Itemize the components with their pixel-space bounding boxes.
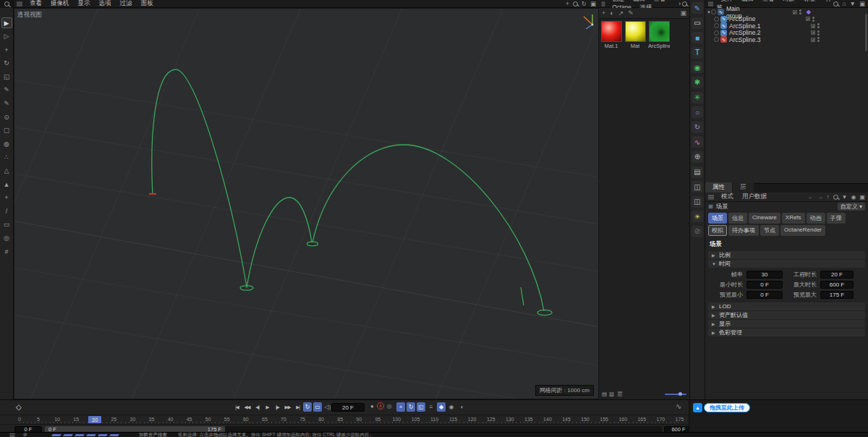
viewport-menu-icon[interactable] xyxy=(17,1,22,6)
category-tab-节点[interactable]: 节点 xyxy=(760,225,779,236)
group-header-LOD[interactable]: ▶LOD xyxy=(708,302,865,310)
arc-spline-curve[interactable] xyxy=(152,69,247,287)
material-preview-icon[interactable]: ◐ xyxy=(610,9,613,17)
attribute-tab-属性[interactable]: 属性 xyxy=(705,182,732,192)
prev-frame-button[interactable]: ◀| xyxy=(253,402,261,412)
object-row[interactable]: ∿ArcSpline.1✓ xyxy=(705,22,868,30)
object-row[interactable]: ∿ArcSpline.2✓ xyxy=(705,30,868,37)
object-row[interactable]: ∿ArcSpline✓ xyxy=(705,16,868,23)
category-tab-OctaneRender[interactable]: OctaneRender xyxy=(780,225,825,236)
texture-mode-icon[interactable]: ◍ xyxy=(1,138,12,149)
polygons-mode-icon[interactable]: ▲ xyxy=(1,179,12,190)
knife-icon[interactable]: / xyxy=(1,205,12,216)
back-icon[interactable]: ← xyxy=(808,194,814,200)
field-input-工程时长[interactable]: 20 F xyxy=(820,271,854,279)
material-item[interactable]: ArcSpline xyxy=(648,21,670,49)
zoom-view-icon[interactable] xyxy=(573,1,578,7)
toggle-layout-icon[interactable]: ▣ xyxy=(590,0,596,7)
field-input-最小时长[interactable]: 0 F xyxy=(746,281,783,289)
menu-item-标签[interactable]: 标签 xyxy=(799,0,820,2)
current-frame-field[interactable]: 20 F xyxy=(331,403,365,412)
keyframe-selection-icon[interactable]: ◎ xyxy=(387,403,392,410)
menu-item-显示[interactable]: 显示 xyxy=(74,0,95,7)
status-menu-icon[interactable] xyxy=(10,433,15,437)
filter-icon[interactable]: ▼ xyxy=(842,194,848,200)
rectangle-spline-icon[interactable]: ▭ xyxy=(692,17,703,29)
menu-item-过滤[interactable]: 过滤 xyxy=(116,0,137,7)
move-tool-icon[interactable]: + xyxy=(1,44,12,55)
edit-material-icon[interactable]: ✎ xyxy=(628,9,634,17)
visibility-dots[interactable] xyxy=(817,30,820,35)
add-material-icon[interactable]: + xyxy=(602,9,605,17)
sketch-pen-icon[interactable]: ✎ xyxy=(1,98,12,109)
list-view-icon[interactable]: ▥ xyxy=(609,391,614,397)
viewport-label[interactable]: 透视视图 xyxy=(17,11,42,20)
preview-size-slider[interactable] xyxy=(665,394,686,395)
forward-icon[interactable]: → xyxy=(817,194,823,200)
autokey-icon[interactable]: A xyxy=(377,402,384,410)
record-objects-icon[interactable]: ● xyxy=(370,403,374,410)
pick-material-icon[interactable]: ↗ xyxy=(618,9,624,17)
menu-item-查看[interactable]: 查看 xyxy=(758,0,779,2)
object-state-icon[interactable] xyxy=(714,30,719,35)
model-mode-icon[interactable]: ▢ xyxy=(1,125,12,136)
popout-icon[interactable]: ▣ xyxy=(859,194,865,200)
up-icon[interactable]: ↑ xyxy=(827,194,830,200)
panel-icon[interactable]: ▣ xyxy=(680,9,686,17)
field-input-预览最小[interactable]: 0 F xyxy=(746,291,783,299)
menu-item-对象[interactable]: 对象 xyxy=(778,0,799,2)
arc-spline-3-segment[interactable] xyxy=(521,287,524,305)
stage-icon[interactable]: ▤ xyxy=(692,166,703,178)
object-manager-menu-icon[interactable] xyxy=(708,1,714,6)
menu-overflow[interactable]: › xyxy=(677,0,682,7)
menu-item-选项[interactable]: 选项 xyxy=(95,0,116,7)
rotate-tool-icon[interactable]: ↻ xyxy=(1,58,12,69)
menu-item-用户数据[interactable]: 用户数据 xyxy=(738,192,771,200)
arc-spline-1-curve[interactable] xyxy=(247,198,312,288)
object-row[interactable]: ∿ArcSpline.3✓ xyxy=(705,36,868,43)
search-icon[interactable] xyxy=(833,1,838,7)
home-icon[interactable]: ⌂ xyxy=(842,0,846,7)
object-name[interactable]: ArcSpline.1 xyxy=(729,22,760,30)
visibility-dots[interactable] xyxy=(817,37,820,42)
render-check-icon[interactable]: ✓ xyxy=(793,10,797,14)
text-spline-icon[interactable]: T xyxy=(692,47,703,59)
menu-item-查看[interactable]: 查看 xyxy=(650,0,671,2)
render-setting-icon[interactable]: ⊘ xyxy=(692,226,703,237)
menu-item-查看[interactable]: 查看 xyxy=(25,0,46,7)
record-position-toggle[interactable]: + xyxy=(396,402,405,412)
render-check-icon[interactable]: ✓ xyxy=(811,30,815,35)
menu-item-创建[interactable]: 创建 xyxy=(608,0,629,2)
object-row[interactable]: ▼∿Main group✓◆ xyxy=(705,9,868,16)
attribute-tab-层[interactable]: 层 xyxy=(733,182,754,192)
attribute-menu-icon[interactable] xyxy=(708,195,714,199)
pan-view-icon[interactable]: + xyxy=(566,0,569,7)
category-tab-Cineware[interactable]: Cineware xyxy=(749,213,780,224)
fcurves-icon[interactable]: ∿ xyxy=(676,402,681,410)
cancel-icon[interactable]: ⊘ xyxy=(23,432,27,437)
category-tab-模拟[interactable]: 模拟 xyxy=(708,225,727,236)
group-header-显示[interactable]: ▶显示 xyxy=(708,320,865,328)
metaball-icon[interactable]: ✱ xyxy=(692,77,703,88)
material-thumbnail-red-sphere[interactable] xyxy=(601,21,622,42)
record-scale-toggle[interactable]: ◱ xyxy=(417,402,425,412)
group-header-比例[interactable]: ▶比例 xyxy=(708,251,865,259)
visibility-dots[interactable] xyxy=(817,23,820,28)
menu-item-编辑[interactable]: 编辑 xyxy=(629,0,650,2)
camera-icon[interactable]: ◫ xyxy=(692,181,703,192)
visibility-dots[interactable] xyxy=(812,17,814,22)
group-header-资产默认值[interactable]: ▶资产默认值 xyxy=(708,311,865,319)
menu-item-模式[interactable]: 模式 xyxy=(717,192,738,200)
menu-item-文件[interactable]: 文件 xyxy=(716,0,737,2)
keyframe-icon[interactable]: ◇ xyxy=(16,403,22,411)
search-icon[interactable] xyxy=(682,1,687,7)
array-icon[interactable]: ✳ xyxy=(692,92,703,103)
sweep-icon[interactable]: ○ xyxy=(692,106,703,118)
bend-deformer-icon[interactable]: ∿ xyxy=(692,136,703,148)
preset-dropdown[interactable]: 自定义 ▾ xyxy=(838,203,865,211)
points-mode-icon[interactable]: ∴ xyxy=(1,152,12,163)
play-button[interactable]: ▶ xyxy=(263,402,271,412)
category-tab-子弹[interactable]: 子弹 xyxy=(827,213,846,224)
light-icon[interactable]: ☀ xyxy=(692,211,703,222)
search-icon[interactable] xyxy=(833,195,838,200)
